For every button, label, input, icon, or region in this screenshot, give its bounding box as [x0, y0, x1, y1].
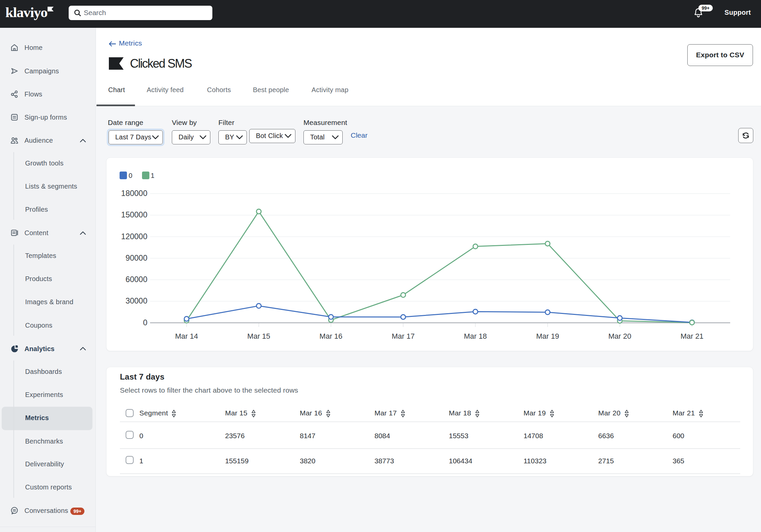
- svg-text:180000: 180000: [121, 189, 147, 198]
- svg-text:Mar 15: Mar 15: [247, 332, 270, 340]
- svg-text:150000: 150000: [121, 210, 147, 219]
- svg-text:Mar 14: Mar 14: [175, 332, 198, 340]
- svg-text:90000: 90000: [126, 254, 147, 262]
- svg-text:60000: 60000: [126, 275, 147, 284]
- svg-text:Mar 21: Mar 21: [681, 332, 703, 340]
- svg-text:Mar 18: Mar 18: [464, 332, 487, 340]
- svg-text:Mar 16: Mar 16: [320, 332, 342, 340]
- svg-text:30000: 30000: [126, 296, 147, 305]
- svg-text:0: 0: [129, 172, 132, 179]
- svg-text:120000: 120000: [121, 232, 147, 241]
- svg-text:Mar 19: Mar 19: [536, 332, 559, 340]
- svg-text:1: 1: [151, 172, 154, 179]
- svg-text:0: 0: [143, 318, 147, 327]
- svg-text:Mar 20: Mar 20: [608, 332, 631, 340]
- svg-text:Mar 17: Mar 17: [392, 332, 414, 340]
